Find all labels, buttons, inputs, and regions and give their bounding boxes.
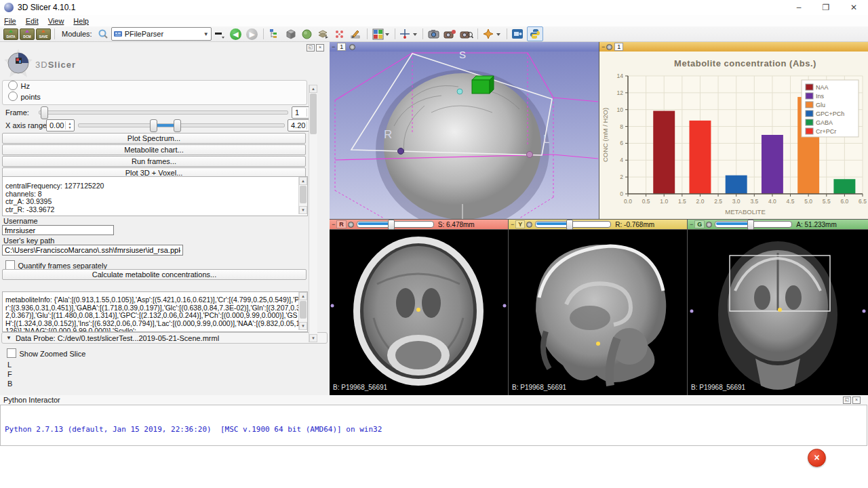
module-selector-combobox[interactable]: PFileParser ▼ bbox=[111, 27, 212, 41]
view-slice-yellow[interactable]: − Y R: -0.768mm B: P19968_5 bbox=[509, 220, 687, 395]
undock-console-icon[interactable]: ◱ bbox=[843, 396, 851, 404]
module-selector-value: PFileParser bbox=[125, 30, 203, 38]
view-slice-green[interactable]: − G A: 51.233mm bbox=[688, 220, 868, 395]
show-zoomed-checkbox[interactable]: Show Zoomed Slice bbox=[7, 347, 85, 359]
green-slice-image[interactable]: B: P19968_56691 bbox=[688, 230, 868, 395]
keypath-input[interactable] bbox=[2, 245, 183, 256]
red-slice-image[interactable]: B: P19968_56691 bbox=[330, 230, 508, 395]
radio-points[interactable]: points bbox=[8, 90, 41, 102]
legend-label-Cr+PCr: Cr+PCr bbox=[816, 128, 836, 135]
models-sphere-icon[interactable] bbox=[300, 27, 315, 41]
pin-icon[interactable] bbox=[348, 222, 354, 228]
maximize-button[interactable]: ❐ bbox=[812, 0, 840, 15]
close-console-icon[interactable]: × bbox=[852, 396, 861, 404]
pin-icon[interactable] bbox=[526, 222, 532, 228]
volume-rendering-icon[interactable] bbox=[316, 27, 331, 41]
status-strip: × bbox=[0, 447, 868, 488]
save-icon[interactable]: SAVE bbox=[36, 27, 51, 41]
close-notification-button[interactable]: × bbox=[808, 449, 826, 467]
view-slice-red[interactable]: − R S: 6.478mm bbox=[330, 220, 508, 395]
collapse-view-icon[interactable]: − bbox=[332, 43, 335, 50]
panel-scrollbar[interactable]: ▲▼ bbox=[309, 85, 317, 342]
menu-help[interactable]: Help bbox=[73, 17, 89, 25]
undock-panel-icon[interactable]: ◱ bbox=[307, 44, 315, 52]
bar-NAA bbox=[653, 111, 675, 194]
green-slice-slider[interactable] bbox=[715, 221, 792, 228]
window-title: 3D Slicer 4.10.1 bbox=[18, 3, 75, 12]
header-info-textarea[interactable]: centralFrequency: 1277125220 channels: 8… bbox=[2, 176, 308, 216]
metabolite-scrollbar[interactable]: ▲▼ bbox=[298, 292, 307, 330]
close-button[interactable]: ✕ bbox=[840, 0, 867, 15]
x-range-handle-min[interactable] bbox=[150, 119, 157, 132]
module-button-0[interactable]: Plot Spectrum... bbox=[2, 133, 306, 144]
toolbar-separator bbox=[422, 28, 423, 39]
module-button-2[interactable]: Run frames... bbox=[2, 156, 306, 167]
x-range-slider[interactable] bbox=[78, 123, 285, 127]
menu-edit[interactable]: Edit bbox=[26, 17, 39, 25]
metabolite-info-textarea[interactable]: metaboliteInfo: {'Ala':[(0.913,1.55,0.10… bbox=[2, 291, 308, 332]
frame-slider-handle[interactable] bbox=[41, 106, 48, 119]
yellow-slider-handle[interactable] bbox=[566, 220, 573, 230]
collapse-view-icon[interactable]: − bbox=[601, 43, 605, 50]
extensions-manager-icon[interactable] bbox=[511, 27, 526, 41]
x-range-handle-max[interactable] bbox=[174, 119, 181, 132]
metabolite-chart-canvas[interactable]: 0.00.51.01.52.02.53.03.54.04.55.05.56.06… bbox=[599, 52, 868, 219]
red-slider-handle[interactable] bbox=[388, 220, 395, 230]
toolbar-separator bbox=[477, 28, 478, 39]
probe-row-l: L bbox=[7, 361, 12, 370]
load-data-icon[interactable]: DATA bbox=[3, 27, 18, 41]
module-forward-icon[interactable]: ▶ bbox=[245, 27, 260, 41]
svg-text:5.0: 5.0 bbox=[804, 198, 812, 205]
red-slice-letter: R bbox=[336, 220, 347, 228]
modules-history-icon[interactable] bbox=[212, 27, 227, 41]
red-slice-slider[interactable] bbox=[357, 221, 434, 228]
collapse-view-icon[interactable]: − bbox=[690, 221, 693, 228]
minimize-button[interactable]: – bbox=[785, 0, 812, 15]
module-back-icon[interactable]: ◀ bbox=[229, 27, 243, 41]
pin-icon[interactable] bbox=[706, 222, 712, 228]
svg-text:12: 12 bbox=[617, 89, 624, 96]
markups-icon[interactable] bbox=[332, 27, 347, 41]
annotations-icon[interactable] bbox=[349, 27, 363, 41]
scene-view-add-icon[interactable] bbox=[443, 27, 458, 41]
keypath-label: User's key path bbox=[3, 237, 54, 245]
view-chart[interactable]: − 1 0.00.51.01.52.02.53.03.54.04.55.05.5… bbox=[599, 42, 868, 219]
menu-view[interactable]: View bbox=[48, 17, 64, 25]
legend-swatch-Cr+PCr bbox=[806, 128, 813, 134]
layout-selector-icon[interactable] bbox=[371, 27, 391, 41]
view-3d[interactable]: − 1 bbox=[330, 42, 599, 219]
x-range-min-spinbox[interactable]: 0.00▲▼ bbox=[46, 119, 75, 131]
svg-text:0: 0 bbox=[620, 190, 623, 197]
crosshair-icon[interactable] bbox=[399, 27, 419, 41]
close-panel-icon[interactable]: × bbox=[316, 44, 324, 52]
pin-icon[interactable] bbox=[349, 44, 355, 50]
collapse-view-icon[interactable]: − bbox=[511, 221, 514, 228]
view-chart-badge: 1 bbox=[614, 43, 623, 51]
module-search-icon[interactable] bbox=[96, 27, 111, 41]
view-3d-canvas[interactable]: S R L bbox=[330, 52, 599, 219]
subject-hierarchy-icon[interactable] bbox=[267, 27, 282, 41]
screenshot-icon[interactable] bbox=[427, 27, 441, 41]
spin-arrows-icon[interactable]: ▲▼ bbox=[65, 121, 74, 129]
probe-row-f: F bbox=[7, 370, 12, 380]
load-dicom-icon[interactable]: DCM bbox=[20, 27, 35, 41]
calculate-concentrations-button[interactable]: Calculate metabolite concentrations... bbox=[2, 269, 307, 280]
place-fiducial-icon[interactable] bbox=[481, 27, 503, 41]
yellow-slice-offset: R: -0.768mm bbox=[615, 221, 654, 228]
svg-text:6.5: 6.5 bbox=[859, 198, 867, 205]
pin-icon[interactable] bbox=[606, 44, 612, 50]
yellow-slice-image[interactable]: B: P19968_56691 bbox=[509, 230, 687, 395]
yellow-slice-slider[interactable] bbox=[535, 221, 611, 228]
module-button-1[interactable]: Metabolite chart... bbox=[2, 144, 306, 155]
data-probe-header[interactable]: ▼ Data Probe: C:/dev/0.test/slicerTest..… bbox=[1, 332, 328, 344]
username-input[interactable] bbox=[2, 225, 114, 235]
info-scrollbar[interactable]: ▲▼ bbox=[298, 177, 307, 214]
scene-view-restore-icon[interactable] bbox=[459, 27, 474, 41]
python-console[interactable]: Python 2.7.13 (default, Jan 15 2019, 22:… bbox=[0, 405, 867, 446]
frame-slider[interactable] bbox=[39, 110, 288, 115]
menu-file[interactable]: File bbox=[4, 17, 16, 25]
green-slider-handle[interactable] bbox=[747, 220, 754, 230]
python-console-icon[interactable] bbox=[527, 26, 543, 41]
volumes-cube-icon[interactable] bbox=[283, 27, 298, 41]
collapse-view-icon[interactable]: − bbox=[332, 221, 335, 228]
